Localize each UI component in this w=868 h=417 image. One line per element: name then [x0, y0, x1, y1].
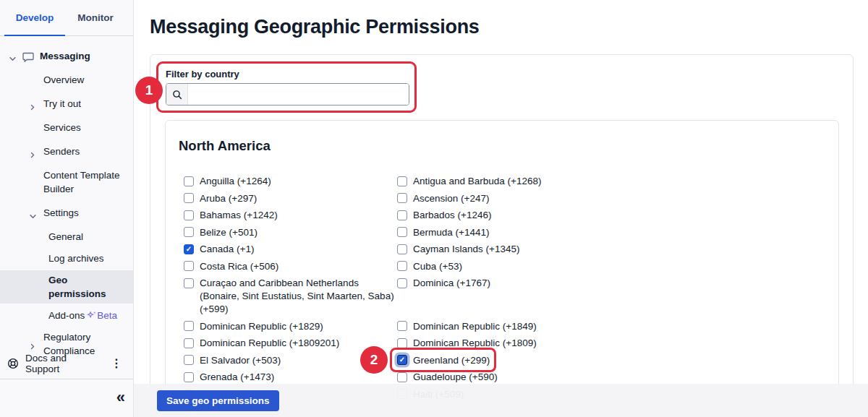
checkbox-unchecked[interactable] — [184, 227, 194, 237]
chevron-down-icon — [30, 210, 36, 223]
country-checkbox-item[interactable]: Dominican Republic (+1809201) — [184, 337, 397, 350]
checkbox-unchecked[interactable] — [184, 193, 194, 203]
country-label: Costa Rica (+506) — [200, 260, 278, 273]
sidebar-tab-bar: Develop Monitor — [0, 0, 133, 36]
geo-permissions-card: 1 Filter by country North America Anguil… — [150, 54, 854, 417]
chat-bubble-icon — [22, 52, 34, 64]
country-checkbox-item[interactable]: Dominican Republic (+1849) — [397, 320, 610, 333]
country-checkbox-item[interactable]: ✓Greenland (+299)2 — [397, 354, 610, 367]
checkbox-unchecked[interactable] — [184, 278, 194, 288]
sidebar-item-add-ons[interactable]: Add-ons Beta — [0, 309, 133, 322]
screen: Develop Monitor Messaging Overview Try i… — [0, 0, 868, 417]
country-checkbox-item[interactable]: Dominica (+1767) — [397, 277, 610, 316]
save-geo-permissions-button[interactable]: Save geo permissions — [157, 390, 279, 411]
country-checkbox-item[interactable]: Aruba (+297) — [184, 192, 397, 205]
country-checkbox-item[interactable]: Dominican Republic (+1829) — [184, 320, 397, 333]
sidebar-item-overview[interactable]: Overview — [0, 73, 133, 87]
checkbox-unchecked[interactable] — [184, 372, 194, 382]
checkbox-unchecked[interactable] — [397, 372, 407, 382]
sidebar-group-label: Messaging — [40, 51, 90, 61]
checkbox-checked[interactable]: ✓ — [397, 355, 407, 365]
country-checkbox-item[interactable]: Bermuda (+1441) — [397, 226, 610, 239]
docs-and-support-label: Docs and Support — [25, 353, 99, 374]
sidebar-item-label: Try it out — [43, 98, 81, 109]
country-label: Cuba (+53) — [413, 260, 462, 273]
checkbox-unchecked[interactable] — [397, 321, 407, 331]
sidebar-item-try-it-out[interactable]: Try it out — [0, 97, 133, 111]
filter-country-input[interactable] — [188, 84, 409, 105]
checkbox-unchecked[interactable] — [184, 210, 194, 220]
country-label: Bahamas (+1242) — [200, 209, 278, 222]
kebab-menu-icon[interactable]: ⋮ — [106, 358, 127, 369]
country-checkbox-item[interactable]: Barbados (+1246) — [397, 209, 610, 222]
tab-monitor[interactable]: Monitor — [65, 0, 126, 35]
tab-develop[interactable]: Develop — [4, 0, 65, 35]
checkbox-unchecked[interactable] — [397, 210, 407, 220]
main-content: Messaging Geographic Permissions 1 Filte… — [134, 0, 868, 417]
sidebar-group-messaging[interactable]: Messaging — [0, 49, 133, 73]
country-checkbox-item[interactable]: Guadeloupe (+590) — [397, 371, 610, 384]
country-label: Grenada (+1473) — [200, 371, 274, 384]
checkbox-unchecked[interactable] — [184, 338, 194, 348]
country-checkbox-item[interactable]: El Salvador (+503) — [184, 354, 397, 367]
checkbox-unchecked[interactable] — [397, 227, 407, 237]
country-checkbox-item[interactable]: Curaçao and Caribbean Netherlands (Bonai… — [184, 277, 397, 316]
checkbox-unchecked[interactable] — [184, 176, 194, 186]
country-label: Canada (+1) — [200, 243, 254, 256]
country-label: Bermuda (+1441) — [413, 226, 489, 239]
country-checkbox-item[interactable]: Cayman Islands (+1345) — [397, 243, 610, 256]
checkbox-unchecked[interactable] — [184, 355, 194, 365]
checkbox-checked[interactable]: ✓ — [184, 244, 194, 254]
country-label: Anguilla (+1264) — [200, 175, 271, 188]
country-label: Cayman Islands (+1345) — [413, 243, 519, 256]
country-checkbox-item[interactable]: Costa Rica (+506) — [184, 260, 397, 273]
chevron-down-icon — [9, 53, 16, 64]
country-checkbox-item[interactable]: Ascension (+247) — [397, 192, 610, 205]
sidebar-item-geo-permissions[interactable]: Geo permissions — [0, 270, 133, 304]
collapse-sidebar-icon[interactable]: « — [116, 388, 124, 407]
sidebar-item-general[interactable]: General — [0, 230, 133, 244]
country-checkbox-item[interactable]: Antigua and Barbuda (+1268) — [397, 175, 610, 188]
search-icon — [166, 84, 188, 105]
sidebar-item-services[interactable]: Services — [0, 121, 133, 134]
country-label: Dominican Republic (+1849) — [413, 320, 537, 333]
country-label: Aruba (+297) — [200, 192, 257, 205]
country-checkbox-item[interactable]: Dominican Republic (+1809) — [397, 337, 610, 350]
sidebar-item-content-template-builder[interactable]: Content Template Builder — [0, 168, 133, 196]
checkbox-unchecked[interactable] — [397, 261, 407, 271]
country-label: Antigua and Barbuda (+1268) — [413, 175, 542, 188]
sparkle-icon — [87, 311, 96, 320]
country-checkbox-item[interactable]: Bahamas (+1242) — [184, 209, 397, 222]
checkbox-unchecked[interactable] — [184, 261, 194, 271]
country-checkbox-item[interactable]: ✓Canada (+1) — [184, 243, 397, 256]
country-label: Belize (+501) — [200, 226, 258, 239]
beta-badge: Beta — [97, 309, 117, 322]
country-checkbox-item[interactable]: Belize (+501) — [184, 226, 397, 239]
chevron-right-icon — [30, 148, 35, 162]
country-checkbox-item[interactable]: Anguilla (+1264) — [184, 175, 397, 188]
country-checkbox-item[interactable]: Grenada (+1473) — [184, 371, 397, 384]
country-grid: Anguilla (+1264)Antigua and Barbuda (+12… — [184, 175, 610, 401]
checkbox-unchecked[interactable] — [397, 193, 407, 203]
sidebar-nav: Messaging Overview Try it out Services S… — [0, 36, 133, 358]
sidebar-item-label: Add-ons — [48, 309, 85, 322]
checkbox-unchecked[interactable] — [397, 244, 407, 254]
country-label: Guadeloupe (+590) — [413, 371, 498, 384]
checkbox-unchecked[interactable] — [397, 176, 407, 186]
sidebar-item-log-archives[interactable]: Log archives — [0, 252, 133, 265]
lifebuoy-icon — [7, 358, 19, 369]
country-label: Dominican Republic (+1829) — [200, 320, 323, 333]
country-checkbox-item[interactable]: Cuba (+53) — [397, 260, 610, 273]
checkbox-unchecked[interactable] — [397, 338, 407, 348]
checkbox-unchecked[interactable] — [184, 321, 194, 331]
sidebar-item-docs-and-support[interactable]: Docs and Support ⋮ — [0, 353, 133, 374]
chevron-right-icon — [30, 340, 35, 353]
country-label: Dominica (+1767) — [413, 277, 490, 290]
region-title: North America — [179, 138, 271, 154]
country-label: Greenland (+299) — [413, 354, 490, 367]
sidebar-item-settings[interactable]: Settings — [0, 206, 133, 220]
sidebar-item-senders[interactable]: Senders — [0, 145, 133, 158]
sidebar-item-label: Senders — [43, 146, 80, 157]
save-footer-bar: Save geo permissions — [134, 384, 868, 417]
checkbox-unchecked[interactable] — [397, 278, 407, 288]
